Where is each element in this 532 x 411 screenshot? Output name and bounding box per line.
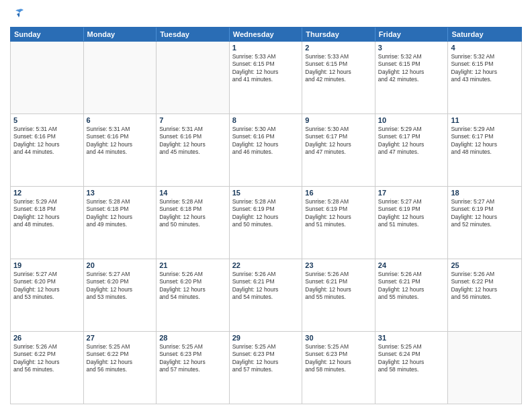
cell-text: Sunrise: 5:26 AMSunset: 6:21 PMDaylight:… — [232, 271, 300, 302]
cell-text: Sunrise: 5:26 AMSunset: 6:22 PMDaylight:… — [451, 271, 519, 302]
cell-text: Sunrise: 5:32 AMSunset: 6:15 PMDaylight:… — [451, 53, 519, 84]
weekday-header-tuesday: Tuesday — [157, 28, 230, 41]
day-number: 21 — [159, 261, 226, 269]
day-number: 1 — [232, 44, 300, 52]
day-number: 17 — [378, 189, 445, 197]
cell-text: Sunrise: 5:25 AMSunset: 6:22 PMDaylight:… — [87, 343, 154, 374]
calendar-cell — [84, 42, 157, 113]
calendar-cell: 5Sunrise: 5:31 AMSunset: 6:16 PMDaylight… — [11, 114, 84, 186]
day-number: 19 — [13, 261, 81, 269]
day-number: 26 — [13, 334, 81, 342]
cell-text: Sunrise: 5:32 AMSunset: 6:15 PMDaylight:… — [378, 53, 445, 84]
calendar-cell: 31Sunrise: 5:25 AMSunset: 6:24 PMDayligh… — [375, 332, 449, 404]
calendar-cell: 16Sunrise: 5:28 AMSunset: 6:19 PMDayligh… — [302, 187, 375, 259]
calendar-cell: 28Sunrise: 5:25 AMSunset: 6:23 PMDayligh… — [157, 332, 230, 404]
day-number: 9 — [305, 116, 372, 124]
calendar-cell: 4Sunrise: 5:32 AMSunset: 6:15 PMDaylight… — [448, 42, 521, 113]
cell-text: Sunrise: 5:33 AMSunset: 6:15 PMDaylight:… — [232, 53, 300, 84]
calendar-cell: 8Sunrise: 5:30 AMSunset: 6:16 PMDaylight… — [230, 114, 303, 186]
page: SundayMondayTuesdayWednesdayThursdayFrid… — [0, 0, 532, 411]
calendar: SundayMondayTuesdayWednesdayThursdayFrid… — [10, 27, 522, 404]
cell-text: Sunrise: 5:26 AMSunset: 6:22 PMDaylight:… — [13, 343, 81, 374]
calendar-cell: 18Sunrise: 5:27 AMSunset: 6:19 PMDayligh… — [448, 187, 521, 259]
cell-text: Sunrise: 5:28 AMSunset: 6:18 PMDaylight:… — [87, 198, 154, 229]
day-number: 10 — [378, 116, 445, 124]
calendar-cell: 1Sunrise: 5:33 AMSunset: 6:15 PMDaylight… — [230, 42, 303, 113]
cell-text: Sunrise: 5:27 AMSunset: 6:20 PMDaylight:… — [87, 271, 154, 302]
calendar-cell: 17Sunrise: 5:27 AMSunset: 6:19 PMDayligh… — [375, 187, 449, 259]
calendar-cell — [11, 42, 84, 113]
calendar-cell: 10Sunrise: 5:29 AMSunset: 6:17 PMDayligh… — [375, 114, 449, 186]
calendar-cell: 7Sunrise: 5:31 AMSunset: 6:16 PMDaylight… — [157, 114, 230, 186]
calendar-cell — [157, 42, 230, 113]
cell-text: Sunrise: 5:25 AMSunset: 6:24 PMDaylight:… — [378, 343, 445, 374]
calendar-cell — [448, 332, 521, 404]
calendar-cell: 27Sunrise: 5:25 AMSunset: 6:22 PMDayligh… — [84, 332, 157, 404]
weekday-header-sunday: Sunday — [11, 28, 84, 41]
weekday-header-monday: Monday — [84, 28, 157, 41]
cell-text: Sunrise: 5:25 AMSunset: 6:23 PMDaylight:… — [305, 343, 372, 374]
cell-text: Sunrise: 5:29 AMSunset: 6:18 PMDaylight:… — [13, 198, 81, 229]
day-number: 3 — [378, 44, 445, 52]
cell-text: Sunrise: 5:25 AMSunset: 6:23 PMDaylight:… — [232, 343, 300, 374]
calendar-cell: 11Sunrise: 5:29 AMSunset: 6:17 PMDayligh… — [448, 114, 521, 186]
day-number: 13 — [87, 189, 154, 197]
cell-text: Sunrise: 5:27 AMSunset: 6:19 PMDaylight:… — [378, 198, 445, 229]
cell-text: Sunrise: 5:31 AMSunset: 6:16 PMDaylight:… — [13, 126, 81, 156]
cell-text: Sunrise: 5:25 AMSunset: 6:23 PMDaylight:… — [159, 343, 226, 374]
cell-text: Sunrise: 5:29 AMSunset: 6:17 PMDaylight:… — [378, 126, 445, 156]
calendar-cell: 3Sunrise: 5:32 AMSunset: 6:15 PMDaylight… — [375, 42, 449, 113]
day-number: 28 — [159, 334, 226, 342]
cell-text: Sunrise: 5:31 AMSunset: 6:16 PMDaylight:… — [159, 126, 226, 156]
cell-text: Sunrise: 5:31 AMSunset: 6:16 PMDaylight:… — [87, 126, 154, 156]
cell-text: Sunrise: 5:26 AMSunset: 6:20 PMDaylight:… — [159, 271, 226, 302]
day-number: 12 — [13, 189, 81, 197]
calendar-cell: 23Sunrise: 5:26 AMSunset: 6:21 PMDayligh… — [302, 259, 375, 331]
cell-text: Sunrise: 5:27 AMSunset: 6:19 PMDaylight:… — [451, 198, 519, 229]
weekday-header-saturday: Saturday — [448, 28, 521, 41]
day-number: 8 — [232, 116, 300, 124]
cell-text: Sunrise: 5:27 AMSunset: 6:20 PMDaylight:… — [13, 271, 81, 302]
calendar-cell: 21Sunrise: 5:26 AMSunset: 6:20 PMDayligh… — [157, 259, 230, 331]
day-number: 15 — [232, 189, 300, 197]
cell-text: Sunrise: 5:26 AMSunset: 6:21 PMDaylight:… — [305, 271, 372, 302]
calendar-cell: 19Sunrise: 5:27 AMSunset: 6:20 PMDayligh… — [11, 259, 84, 331]
calendar-cell: 14Sunrise: 5:28 AMSunset: 6:18 PMDayligh… — [157, 187, 230, 259]
header — [10, 7, 522, 21]
day-number: 16 — [305, 189, 372, 197]
cell-text: Sunrise: 5:26 AMSunset: 6:21 PMDaylight:… — [378, 271, 445, 302]
day-number: 27 — [87, 334, 154, 342]
weekday-header-thursday: Thursday — [302, 28, 375, 41]
calendar-cell: 24Sunrise: 5:26 AMSunset: 6:21 PMDayligh… — [375, 259, 449, 331]
day-number: 11 — [451, 116, 519, 124]
day-number: 18 — [451, 189, 519, 197]
calendar-cell: 9Sunrise: 5:30 AMSunset: 6:17 PMDaylight… — [302, 114, 375, 186]
day-number: 22 — [232, 261, 300, 269]
calendar-row-0: 1Sunrise: 5:33 AMSunset: 6:15 PMDaylight… — [11, 42, 521, 114]
cell-text: Sunrise: 5:28 AMSunset: 6:19 PMDaylight:… — [232, 198, 300, 229]
day-number: 30 — [305, 334, 372, 342]
day-number: 2 — [305, 44, 372, 52]
day-number: 5 — [13, 116, 81, 124]
calendar-cell: 30Sunrise: 5:25 AMSunset: 6:23 PMDayligh… — [302, 332, 375, 404]
cell-text: Sunrise: 5:28 AMSunset: 6:18 PMDaylight:… — [159, 198, 226, 229]
day-number: 23 — [305, 261, 372, 269]
calendar-row-3: 19Sunrise: 5:27 AMSunset: 6:20 PMDayligh… — [11, 259, 521, 332]
calendar-cell: 26Sunrise: 5:26 AMSunset: 6:22 PMDayligh… — [11, 332, 84, 404]
calendar-cell: 22Sunrise: 5:26 AMSunset: 6:21 PMDayligh… — [230, 259, 303, 331]
day-number: 14 — [159, 189, 226, 197]
day-number: 31 — [378, 334, 445, 342]
day-number: 29 — [232, 334, 300, 342]
cell-text: Sunrise: 5:29 AMSunset: 6:17 PMDaylight:… — [451, 126, 519, 156]
calendar-body: 1Sunrise: 5:33 AMSunset: 6:15 PMDaylight… — [10, 42, 522, 404]
day-number: 7 — [159, 116, 226, 124]
calendar-cell: 20Sunrise: 5:27 AMSunset: 6:20 PMDayligh… — [84, 259, 157, 331]
day-number: 25 — [451, 261, 519, 269]
calendar-cell: 29Sunrise: 5:25 AMSunset: 6:23 PMDayligh… — [230, 332, 303, 404]
cell-text: Sunrise: 5:33 AMSunset: 6:15 PMDaylight:… — [305, 53, 372, 84]
logo-bird-icon — [11, 7, 26, 21]
calendar-cell: 12Sunrise: 5:29 AMSunset: 6:18 PMDayligh… — [11, 187, 84, 259]
calendar-row-4: 26Sunrise: 5:26 AMSunset: 6:22 PMDayligh… — [11, 332, 521, 404]
calendar-header: SundayMondayTuesdayWednesdayThursdayFrid… — [10, 27, 522, 42]
weekday-header-wednesday: Wednesday — [230, 28, 303, 41]
